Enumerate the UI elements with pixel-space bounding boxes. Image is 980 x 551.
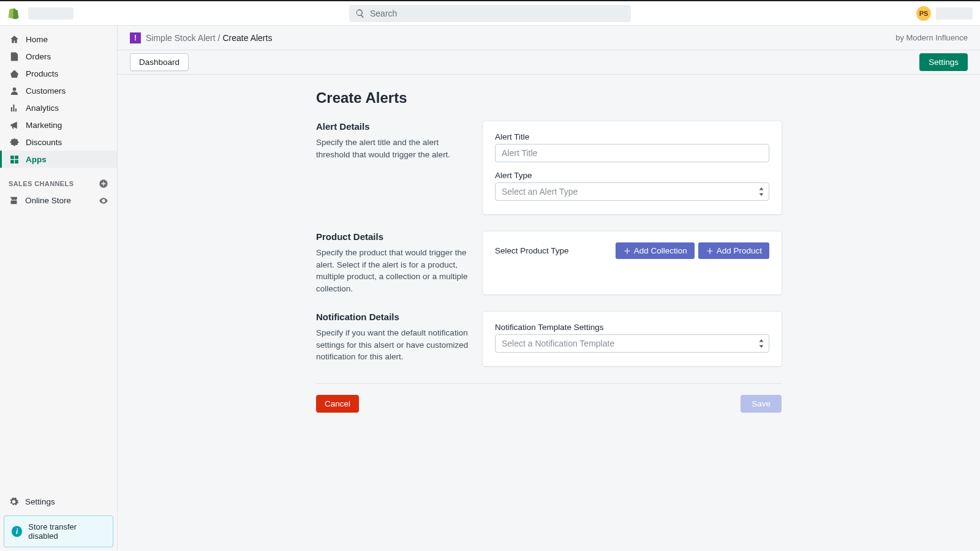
cancel-button[interactable]: Cancel: [316, 395, 359, 413]
plus-icon: [706, 247, 714, 255]
alert-title-input[interactable]: [495, 144, 769, 162]
nav-item-products[interactable]: Products: [0, 65, 117, 82]
section-heading: Alert Details: [316, 121, 469, 132]
section-heading: Product Details: [316, 231, 469, 242]
card-product-details: Select Product Type Add Collection Add P…: [483, 231, 782, 294]
card-alert-details: Alert Title Alert Type Select an Alert T…: [483, 121, 782, 214]
settings-button[interactable]: Settings: [919, 53, 968, 71]
marketing-icon: [9, 119, 20, 130]
alert-title-label: Alert Title: [495, 132, 769, 141]
breadcrumb-root[interactable]: Simple Stock Alert: [146, 33, 216, 43]
nav-item-discounts[interactable]: Discounts: [0, 133, 117, 151]
section-heading: Notification Details: [316, 312, 469, 322]
nav-section-label: SALES CHANNELS: [9, 180, 74, 187]
nav-item-customers[interactable]: Customers: [0, 82, 117, 99]
customers-icon: [9, 85, 20, 96]
nav-item-apps[interactable]: Apps: [0, 151, 117, 168]
nav-item-marketing[interactable]: Marketing: [0, 116, 117, 133]
analytics-icon: [9, 102, 20, 113]
section-description: Specify the product that would trigger t…: [316, 247, 469, 294]
plus-icon: [623, 247, 631, 255]
view-store-icon[interactable]: [99, 196, 108, 206]
save-button[interactable]: Save: [741, 395, 782, 413]
user-avatar[interactable]: PS: [916, 6, 931, 21]
dashboard-button[interactable]: Dashboard: [130, 53, 189, 71]
alert-type-label: Alert Type: [495, 171, 769, 180]
nav-channel-label: Online Store: [25, 196, 71, 205]
nav-item-orders[interactable]: Orders: [0, 48, 117, 65]
products-icon: [9, 68, 20, 79]
toolbar-bar: Dashboard Settings: [118, 50, 980, 75]
info-icon: i: [12, 526, 22, 537]
app-icon: !: [130, 32, 141, 43]
nav-label: Marketing: [26, 121, 62, 130]
app-byline: by Modern Influence: [895, 33, 968, 42]
search-input-wrap[interactable]: Search: [349, 5, 631, 22]
online-store-icon: [9, 195, 19, 206]
topbar: Search PS: [0, 0, 980, 26]
nav-label: Discounts: [26, 138, 62, 147]
topbar-right: PS: [916, 6, 973, 21]
section-product-details: Product Details Specify the product that…: [316, 231, 782, 294]
add-collection-button[interactable]: Add Collection: [616, 242, 695, 259]
store-indicator-placeholder: [936, 7, 973, 20]
orders-icon: [9, 51, 20, 62]
gear-icon: [9, 497, 19, 507]
footer-actions: Cancel Save: [316, 383, 782, 413]
section-notification-details: Notification Details Specify if you want…: [316, 312, 782, 366]
home-icon: [9, 34, 20, 45]
nav-label: Customers: [26, 86, 66, 96]
breadcrumb-leaf: Create Alerts: [223, 33, 273, 43]
store-transfer-banner: i Store transfer disabled: [4, 515, 113, 547]
add-product-button[interactable]: Add Product: [698, 242, 769, 259]
nav-label: Products: [26, 69, 58, 78]
nav-label: Orders: [26, 52, 51, 61]
nav-item-home[interactable]: Home: [0, 31, 117, 48]
notification-template-select[interactable]: Select a Notification Template: [495, 334, 769, 353]
search-icon: [355, 9, 370, 18]
notification-template-label: Notification Template Settings: [495, 323, 769, 332]
nav-label: Apps: [26, 155, 47, 164]
apps-icon: [9, 154, 20, 165]
page-title: Create Alerts: [316, 89, 782, 107]
alert-type-select[interactable]: Select an Alert Type: [495, 182, 769, 201]
card-notification-details: Notification Template Settings Select a …: [483, 312, 782, 366]
primary-nav: Home Orders Products Customers Analytics…: [0, 26, 117, 209]
breadcrumb-bar: ! Simple Stock Alert / Create Alerts by …: [118, 26, 980, 50]
logo-wrap: [7, 7, 74, 20]
store-name-placeholder: [28, 7, 74, 20]
section-description: Specify the alert title and the alert th…: [316, 137, 469, 160]
nav-channel-online-store[interactable]: Online Store: [0, 192, 117, 209]
nav-item-analytics[interactable]: Analytics: [0, 99, 117, 116]
sidebar-settings-label: Settings: [25, 497, 55, 506]
nav-section-sales-channels: SALES CHANNELS: [0, 168, 117, 192]
breadcrumb-separator: /: [218, 33, 221, 43]
transfer-banner-text: Store transfer disabled: [28, 522, 105, 541]
search-placeholder: Search: [370, 9, 397, 18]
select-product-type-label: Select Product Type: [495, 246, 569, 255]
nav-label: Home: [26, 35, 48, 44]
page: Create Alerts Alert Details Specify the …: [304, 75, 794, 437]
add-channel-icon[interactable]: [99, 179, 108, 189]
shopify-logo-icon: [7, 7, 20, 20]
sidebar-settings[interactable]: Settings: [0, 492, 117, 512]
app-area: ! Simple Stock Alert / Create Alerts by …: [118, 26, 980, 551]
discounts-icon: [9, 137, 20, 148]
section-description: Specify if you want the default notifica…: [316, 327, 469, 363]
sidebar: Home Orders Products Customers Analytics…: [0, 26, 118, 551]
section-alert-details: Alert Details Specify the alert title an…: [316, 121, 782, 214]
nav-label: Analytics: [26, 103, 59, 113]
